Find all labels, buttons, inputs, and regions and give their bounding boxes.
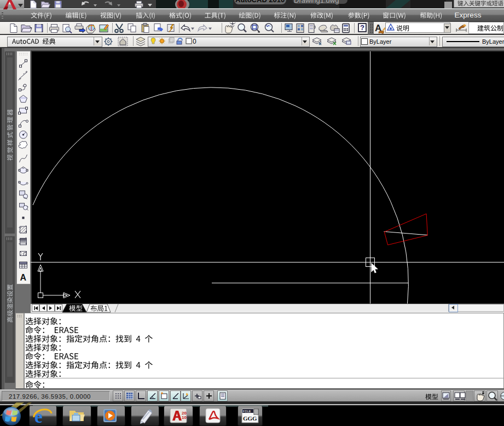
svg-text:10: 10 bbox=[182, 415, 187, 420]
svg-text:A: A bbox=[20, 273, 27, 282]
svg-text:FILE: FILE bbox=[243, 410, 251, 413]
svg-text:GGG: GGG bbox=[243, 415, 257, 422]
